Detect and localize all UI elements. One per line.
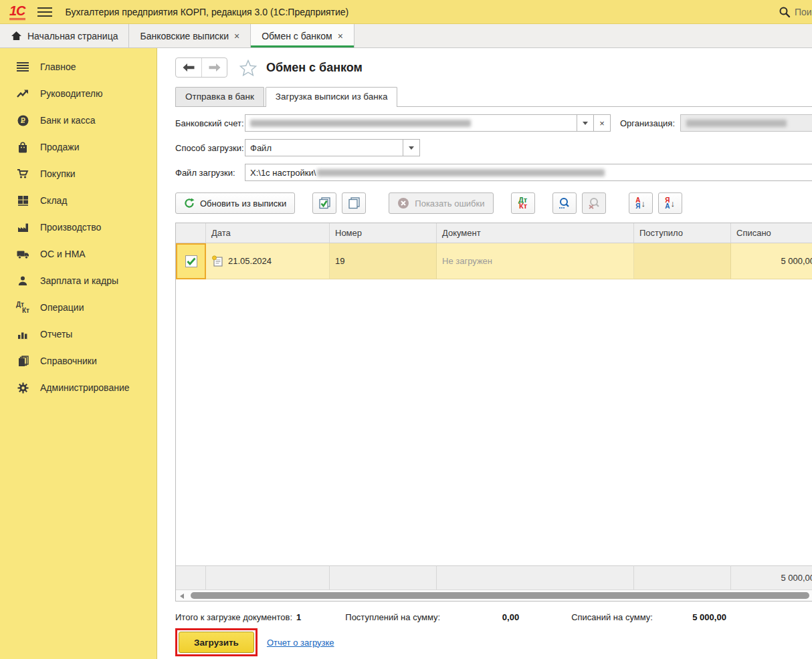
kt-label: Кт (518, 203, 527, 209)
table-empty-area[interactable] (176, 279, 812, 565)
sidebar-item-administration[interactable]: Администрирование (0, 374, 157, 401)
header-document[interactable]: Документ (437, 223, 634, 243)
written-sum-value: 5 000,00 (653, 612, 726, 622)
header-checkbox-column (176, 223, 206, 243)
load-button[interactable]: Загрузить (179, 632, 254, 653)
tab-send-to-bank[interactable]: Отправка в банк (175, 87, 264, 106)
favorite-star-icon[interactable] (239, 59, 257, 76)
check-all-button[interactable] (312, 192, 336, 214)
person-icon (16, 275, 29, 287)
sort-ascending-button[interactable]: А Я ↓ (629, 192, 653, 214)
scroll-left-icon[interactable] (180, 594, 184, 599)
sidebar: Главное Руководителю Р Банк и касса Прод… (0, 48, 157, 659)
sidebar-item-label: Продажи (40, 142, 79, 152)
received-sum-label: Поступлений на сумму: (345, 612, 440, 622)
row-number-cell[interactable]: 19 (330, 243, 437, 279)
table-row[interactable]: 21.05.2024 19 Не загружен 5 000,00 (176, 243, 812, 279)
global-search[interactable]: Поиск (779, 0, 812, 24)
totals-written-off-cell: 5 000,00 (731, 565, 812, 589)
svg-text:Р: Р (21, 117, 25, 124)
close-icon[interactable]: × (234, 31, 239, 41)
menu-lines-icon (16, 61, 29, 73)
sidebar-item-bank-cash[interactable]: Р Банк и касса (0, 107, 157, 134)
header-received[interactable]: Поступило (634, 223, 731, 243)
trend-up-icon (16, 88, 29, 100)
sidebar-item-fixed-assets[interactable]: ОС и НМА (0, 241, 157, 267)
tab-home[interactable]: Начальная страница (0, 24, 129, 47)
cancel-search-button[interactable] (582, 192, 606, 214)
sidebar-item-label: Покупки (40, 168, 76, 179)
organization-field[interactable] (680, 114, 812, 132)
sidebar-item-manager[interactable]: Руководителю (0, 80, 157, 107)
sidebar-item-payroll-hr[interactable]: Зарплата и кадры (0, 267, 157, 294)
home-icon (11, 31, 22, 41)
header-date[interactable]: Дата (206, 223, 330, 243)
back-button[interactable] (176, 58, 201, 77)
tab-bank-exchange[interactable]: Обмен с банком × (251, 24, 354, 47)
sidebar-item-production[interactable]: Производство (0, 214, 157, 241)
sidebar-item-main[interactable]: Главное (0, 53, 157, 80)
sidebar-item-sales[interactable]: Продажи (0, 134, 157, 160)
refresh-from-statement-button[interactable]: Обновить из выписки (175, 192, 295, 214)
refresh-icon (184, 198, 195, 209)
sidebar-item-label: Руководителю (40, 88, 102, 99)
gear-icon (16, 382, 29, 394)
show-errors-button[interactable]: Показать ошибки (389, 192, 493, 214)
row-received-cell[interactable] (634, 243, 731, 279)
tab-load-statement[interactable]: Загрузка выписки из банка (266, 87, 398, 107)
total-docs-label: Итого к загрузке документов: (175, 612, 292, 622)
dt-kt-postings-button[interactable]: Дт Кт (511, 192, 535, 214)
letter-a: А (665, 203, 670, 209)
annotation-highlight: Загрузить (175, 628, 258, 656)
shopping-bag-icon (16, 141, 29, 153)
arrow-down-icon: ↓ (641, 199, 645, 209)
search-button[interactable] (552, 192, 577, 214)
close-icon[interactable]: × (338, 31, 343, 41)
row-written-off-cell[interactable]: 5 000,00 (731, 243, 812, 279)
sidebar-item-label: Главное (40, 61, 76, 72)
bank-account-clear-button[interactable]: × (594, 114, 611, 132)
header-written-off[interactable]: Списано (731, 223, 812, 243)
load-method-select[interactable]: Файл (245, 139, 403, 156)
total-docs-value: 1 (296, 612, 301, 622)
totals-date-cell (206, 565, 330, 589)
row-date-cell[interactable]: 21.05.2024 (206, 243, 330, 279)
bar-chart-icon (16, 328, 29, 340)
truck-icon (16, 248, 29, 260)
tab-bank-statements[interactable]: Банковские выписки × (129, 24, 251, 47)
sidebar-item-label: Отчеты (40, 329, 72, 340)
horizontal-scrollbar[interactable] (176, 589, 812, 601)
table-header: Дата Номер Документ Поступило Списано (176, 223, 812, 243)
sort-descending-button[interactable]: Я А ↓ (658, 192, 682, 214)
window-title: Бухгалтерия предприятия КОРП, редакция 3… (66, 7, 349, 17)
bank-account-input[interactable] (245, 114, 577, 132)
sidebar-item-reports[interactable]: Отчеты (0, 321, 157, 348)
bank-account-dropdown-button[interactable] (577, 114, 594, 132)
uncheck-all-button[interactable] (342, 192, 366, 214)
main-menu-icon[interactable] (37, 5, 52, 19)
row-document-cell[interactable]: Не загружен (437, 243, 634, 279)
content-area: Обмен с банком Отправка в банк Загрузка … (157, 48, 812, 659)
sidebar-item-directories[interactable]: Справочники (0, 348, 157, 374)
tab-label: Загрузка выписки из банка (276, 92, 388, 102)
row-checkbox-cell[interactable] (176, 243, 206, 279)
ruble-circle-icon: Р (16, 114, 29, 126)
sidebar-item-warehouse[interactable]: Склад (0, 187, 157, 214)
sidebar-item-operations[interactable]: ДтКт Операции (0, 294, 157, 321)
search-icon (779, 6, 791, 18)
row-checkbox[interactable] (185, 255, 197, 267)
button-label: Обновить из выписки (200, 199, 286, 209)
load-method-value: Файл (250, 143, 272, 153)
bank-account-label: Банковский счет: (175, 118, 245, 128)
header-number[interactable]: Номер (330, 223, 437, 243)
load-file-input[interactable]: X:\1c настройки\ (245, 164, 812, 181)
sidebar-item-label: Операции (40, 302, 84, 313)
shopping-cart-icon (16, 168, 29, 180)
load-method-dropdown-button[interactable] (403, 139, 420, 156)
load-report-link[interactable]: Отчет о загрузке (267, 638, 334, 648)
sidebar-item-purchases[interactable]: Покупки (0, 160, 157, 187)
scrollbar-thumb[interactable] (191, 592, 809, 599)
forward-button[interactable] (201, 58, 227, 77)
pallet-grid-icon (16, 194, 29, 207)
redacted-organization (686, 120, 787, 127)
